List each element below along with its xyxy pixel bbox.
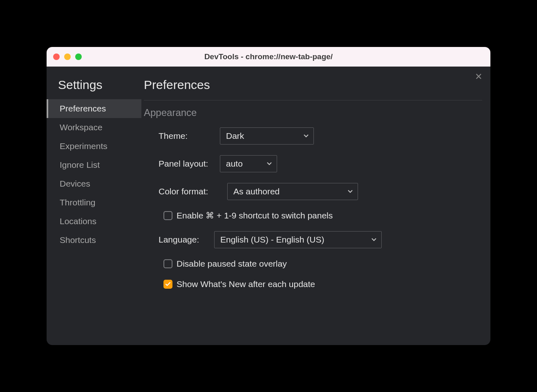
section-title-appearance: Appearance <box>144 107 478 118</box>
row-theme: Theme: Dark <box>144 127 478 145</box>
sidebar-item-label: Workspace <box>60 122 103 132</box>
theme-select-value: Dark <box>226 131 244 141</box>
disable-paused-checkbox[interactable] <box>163 259 172 268</box>
language-label: Language: <box>159 235 214 245</box>
sidebar-item-label: Preferences <box>60 104 106 113</box>
window-title: DevTools - chrome://new-tab-page/ <box>47 52 490 61</box>
sidebar-item-workspace[interactable]: Workspace <box>47 118 141 137</box>
window-maximize-button[interactable] <box>75 53 82 60</box>
sidebar-item-label: Shortcuts <box>60 235 96 245</box>
sidebar-item-devices[interactable]: Devices <box>47 174 141 193</box>
row-color-format: Color format: As authored <box>144 183 478 200</box>
sidebar-item-label: Devices <box>60 179 90 188</box>
disable-paused-checkbox-row[interactable]: Disable paused state overlay <box>144 259 478 269</box>
sidebar: Settings Preferences Workspace Experimen… <box>47 67 141 345</box>
window-close-button[interactable] <box>53 53 60 60</box>
sidebar-item-label: Ignore List <box>60 160 100 169</box>
enable-shortcut-label: Enable ⌘ + 1-9 shortcut to switch panels <box>177 211 333 220</box>
sidebar-item-label: Experiments <box>60 141 107 151</box>
page-title: Preferences <box>144 78 482 100</box>
theme-label: Theme: <box>159 131 220 141</box>
color-format-select-value: As authored <box>233 187 280 196</box>
row-panel-layout: Panel layout: auto <box>144 155 478 172</box>
sidebar-item-label: Locations <box>60 216 96 226</box>
show-whats-new-checkbox-row[interactable]: Show What's New after each update <box>144 279 478 289</box>
window-minimize-button[interactable] <box>64 53 71 60</box>
sidebar-item-label: Throttling <box>60 198 96 207</box>
chevron-down-icon <box>348 190 353 193</box>
theme-select[interactable]: Dark <box>220 127 314 145</box>
language-select-value: English (US) - English (US) <box>220 235 324 245</box>
traffic-lights <box>53 53 82 60</box>
sidebar-item-throttling[interactable]: Throttling <box>47 193 141 212</box>
sidebar-item-ignore-list[interactable]: Ignore List <box>47 156 141 174</box>
panel-layout-select[interactable]: auto <box>220 155 277 172</box>
sidebar-title: Settings <box>47 78 141 99</box>
panel-layout-label: Panel layout: <box>159 159 220 169</box>
enable-shortcut-checkbox[interactable] <box>163 211 172 220</box>
row-language: Language: English (US) - English (US) <box>144 231 478 248</box>
body: ✕ Settings Preferences Workspace Experim… <box>47 67 490 345</box>
color-format-label: Color format: <box>159 187 227 196</box>
show-whats-new-label: Show What's New after each update <box>177 279 315 289</box>
show-whats-new-checkbox[interactable] <box>163 280 172 289</box>
sidebar-item-locations[interactable]: Locations <box>47 212 141 231</box>
sidebar-item-preferences[interactable]: Preferences <box>47 99 141 118</box>
enable-shortcut-checkbox-row[interactable]: Enable ⌘ + 1-9 shortcut to switch panels <box>144 211 478 220</box>
panel-layout-select-value: auto <box>226 159 243 169</box>
language-select[interactable]: English (US) - English (US) <box>214 231 382 248</box>
close-icon[interactable]: ✕ <box>475 72 482 81</box>
sidebar-item-shortcuts[interactable]: Shortcuts <box>47 231 141 249</box>
devtools-window: DevTools - chrome://new-tab-page/ ✕ Sett… <box>47 47 490 345</box>
sidebar-item-experiments[interactable]: Experiments <box>47 137 141 156</box>
scroll-area[interactable]: Appearance Theme: Dark Panel layout: aut… <box>144 100 482 345</box>
chevron-down-icon <box>371 238 376 241</box>
chevron-down-icon <box>304 134 309 138</box>
chevron-down-icon <box>267 162 272 165</box>
color-format-select[interactable]: As authored <box>227 183 358 200</box>
disable-paused-label: Disable paused state overlay <box>177 259 287 269</box>
main-panel: Preferences Appearance Theme: Dark Panel… <box>141 67 490 345</box>
titlebar: DevTools - chrome://new-tab-page/ <box>47 47 490 67</box>
